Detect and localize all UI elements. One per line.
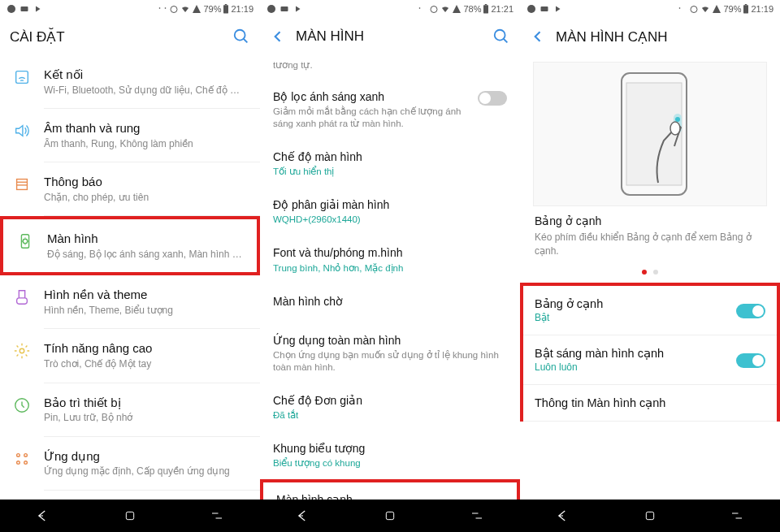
nav-bar (0, 500, 260, 532)
edge-illustration (533, 62, 767, 206)
item-title: Thông tin Màn hình cạnh (535, 396, 765, 409)
display-item[interactable]: Khung biểu tượngBiểu tượng có khung (260, 431, 520, 479)
home-nav[interactable] (374, 500, 406, 532)
recent-nav[interactable] (461, 500, 493, 532)
svg-point-5 (235, 30, 245, 41)
display-item[interactable]: Font và thu/phóng m.hìnhTrung bình, Nhỏ … (260, 236, 520, 283)
camera-icon (20, 4, 29, 14)
display-item[interactable]: Chế độ Đơn giảnĐã tắt (260, 383, 520, 431)
apps-icon (13, 450, 31, 468)
settings-item[interactable]: Âm thanh và rung Âm thanh, Rung, Không l… (0, 109, 260, 162)
signal-icon (452, 4, 462, 14)
item-subtitle: Đã tắt (273, 409, 507, 422)
time-text: 21:19 (751, 4, 774, 14)
toggle-switch[interactable] (736, 304, 765, 318)
wifi-icon (180, 4, 190, 14)
maint-icon (13, 396, 31, 414)
wifi-icon (13, 68, 31, 86)
settings-item[interactable]: Màn hình khóa và bảo mật Màn hình khóa, … (0, 491, 260, 500)
display-item[interactable]: Chế độ màn hìnhTối ưu hiển thị (260, 140, 520, 188)
back-nav[interactable] (287, 500, 319, 532)
recent-nav[interactable] (721, 500, 753, 532)
svg-rect-20 (126, 512, 133, 519)
edge-item[interactable]: Bảng ở cạnhBật (523, 286, 777, 335)
alarm-icon (429, 4, 439, 14)
play-icon (552, 4, 562, 14)
item-subtitle: Hình nền, Theme, Biểu tượng (44, 305, 247, 318)
svg-rect-39 (646, 512, 653, 519)
display-item[interactable]: Ứng dụng toàn màn hìnhChọn ứng dụng bạn … (260, 323, 520, 383)
edge-item[interactable]: Bật sáng màn hình cạnhLuôn luôn (523, 335, 777, 385)
recent-nav[interactable] (201, 500, 233, 532)
item-title: Thông báo (44, 174, 247, 190)
svg-rect-24 (483, 5, 488, 13)
battery-icon (743, 4, 749, 14)
item-subtitle: Ứng dụng mặc định, Cấp quyền ứng dụng (44, 465, 247, 478)
item-title: Hình nền và theme (44, 287, 247, 303)
settings-item[interactable]: Ứng dụng Ứng dụng mặc định, Cấp quyền ứn… (0, 437, 260, 490)
header: MÀN HÌNH CẠNH (520, 18, 780, 55)
settings-item[interactable]: Hình nền và theme Hình nền, Theme, Biểu … (0, 275, 260, 328)
item-subtitle: Luôn luôn (535, 361, 736, 373)
settings-item[interactable]: Kết nối Wi-Fi, Bluetooth, Sử dụng dữ liệ… (0, 55, 260, 108)
toggle-switch[interactable] (478, 91, 507, 106)
search-button[interactable] (232, 28, 250, 45)
edge-item[interactable]: Thông tin Màn hình cạnh (523, 385, 777, 422)
wifi-icon (440, 4, 450, 14)
back-button[interactable] (530, 28, 546, 45)
svg-rect-1 (21, 6, 28, 11)
messenger-icon (526, 4, 536, 14)
home-nav[interactable] (114, 500, 146, 532)
svg-point-38 (670, 122, 680, 135)
svg-point-12 (23, 240, 28, 244)
settings-item[interactable]: Tính năng nâng cao Trò chơi, Chế độ Một … (0, 329, 260, 382)
item-title: Chế độ màn hình (273, 149, 507, 164)
svg-line-27 (504, 39, 508, 43)
battery-text: 78% (463, 4, 481, 14)
wifi-icon (700, 4, 710, 14)
illustration-desc: Kéo phím điều khiển Bảng ở cạnh để xem B… (535, 231, 765, 258)
display-item[interactable]: Màn hình chờ (260, 284, 520, 323)
settings-list: Kết nối Wi-Fi, Bluetooth, Sử dụng dữ liệ… (0, 55, 260, 500)
battery-icon (483, 4, 489, 14)
back-button[interactable] (270, 28, 286, 45)
display-item[interactable]: Màn hình cạnh (260, 479, 520, 500)
sound-icon (13, 122, 31, 140)
settings-item[interactable]: Thông báo Chặn, cho phép, ưu tiên (0, 162, 260, 215)
vibrate-icon (418, 4, 427, 14)
item-subtitle: Trung bình, Nhỏ hơn, Mặc định (273, 262, 507, 275)
illustration-card: Bảng ở cạnh Kéo phím điều khiển Bảng ở c… (533, 62, 767, 283)
dot-active (642, 270, 647, 275)
item-title: Kết nối (44, 67, 247, 83)
item-subtitle: Wi-Fi, Bluetooth, Sử dụng dữ liệu, Chế đ… (44, 84, 247, 97)
display-item[interactable]: Bộ lọc ánh sáng xanhGiảm mỏi mắt bằng cá… (260, 80, 520, 140)
back-nav[interactable] (547, 500, 579, 532)
dot-inactive (653, 270, 658, 275)
item-title: Màn hình (47, 231, 244, 247)
time-text: 21:19 (231, 4, 254, 14)
search-button[interactable] (492, 28, 510, 45)
nav-bar (260, 500, 520, 532)
display-item[interactable]: Độ phân giải màn hìnhWQHD+(2960x1440) (260, 188, 520, 236)
item-subtitle: Âm thanh, Rung, Không làm phiền (44, 138, 247, 151)
signal-icon (192, 4, 202, 14)
play-icon (32, 4, 42, 14)
item-title: Ứng dụng (44, 448, 247, 465)
svg-line-6 (244, 39, 248, 43)
item-subtitle: Trò chơi, Chế độ Một tay (44, 358, 247, 371)
status-bar: 79% 21:19 (0, 0, 260, 18)
settings-item[interactable]: Màn hình Độ sáng, Bộ lọc ánh sáng xanh, … (0, 216, 260, 275)
home-nav[interactable] (634, 500, 666, 532)
back-nav[interactable] (27, 500, 59, 532)
svg-point-15 (17, 453, 20, 456)
toggle-switch[interactable] (736, 353, 765, 368)
settings-item[interactable]: Bảo trì thiết bị Pin, Lưu trữ, Bộ nhớ (0, 383, 260, 436)
svg-rect-3 (223, 5, 228, 13)
page-dots (533, 265, 767, 283)
svg-point-2 (171, 6, 177, 13)
battery-text: 79% (723, 4, 741, 14)
header: MÀN HÌNH (260, 18, 520, 55)
svg-point-0 (7, 5, 15, 13)
svg-point-17 (17, 461, 20, 464)
page-title: CÀI ĐẶT (10, 28, 223, 45)
